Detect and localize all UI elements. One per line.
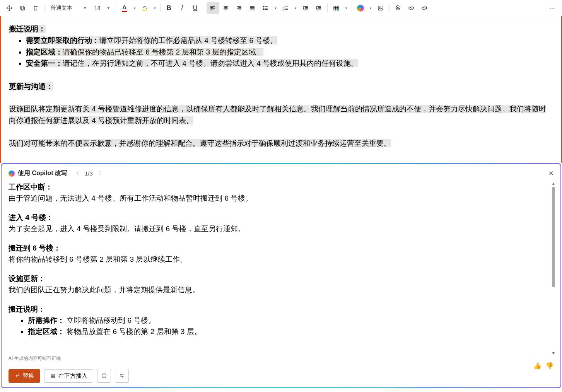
copilot-list-item: 所需操作： 立即将物品移动到 6 号楼。 (28, 315, 549, 326)
underline-button[interactable]: U (189, 2, 202, 14)
copilot-section-heading: 工作区中断： (9, 181, 549, 193)
bold-button[interactable]: B (163, 2, 175, 14)
align-center-button[interactable] (220, 2, 232, 14)
ai-disclaimer: AI 生成的内容可能不正确 (2, 355, 560, 362)
svg-point-2 (263, 6, 264, 7)
italic-button[interactable]: I (176, 2, 188, 14)
next-suggestion-button[interactable]: 〉 (98, 170, 104, 177)
svg-rect-10 (378, 6, 383, 10)
align-left-button[interactable] (207, 2, 219, 14)
style-select[interactable]: 普通文本▾ (47, 2, 90, 14)
copilot-caret[interactable]: ▾ (367, 2, 374, 14)
document-body[interactable]: 搬迁说明： 需要立即采取的行动：请立即开始将你的工作必需品从 4 号楼转移至 6… (0, 16, 562, 163)
indent-decrease-button[interactable] (299, 2, 312, 14)
numbered-list-caret[interactable]: ▾ (292, 2, 299, 14)
prev-suggestion-button[interactable]: 〈 (73, 170, 79, 177)
delete-icon[interactable] (29, 2, 42, 14)
link-button[interactable] (405, 2, 417, 14)
numbered-list-button[interactable]: 123 (279, 2, 292, 14)
svg-point-4 (263, 9, 264, 10)
align-right-button[interactable] (233, 2, 245, 14)
adjust-button[interactable] (115, 369, 129, 383)
regenerate-button[interactable] (97, 369, 111, 383)
svg-point-12 (121, 374, 122, 375)
copilot-section-text: 将你的物品转移到 6 号楼第 2 层和第 3 层以继续工作。 (9, 254, 549, 265)
copilot-section-heading: 进入 4 号楼： (9, 212, 549, 223)
copy-icon[interactable] (16, 2, 29, 14)
copilot-list-item: 指定区域： 将物品放置在 6 号楼的第 2 层和第 3 层。 (28, 326, 549, 337)
doc-heading-1: 搬迁说明： (9, 25, 46, 33)
copilot-icon (9, 170, 15, 177)
copilot-section-text: 为了安全起见，进入 4 号楼受到限制。请搬迁到 6 号楼，直至另行通知。 (9, 223, 549, 234)
scroll-down-arrow[interactable]: ▼ (552, 351, 556, 355)
svg-rect-1 (20, 6, 24, 9)
svg-point-9 (337, 9, 339, 11)
scroll-up-arrow[interactable]: ▲ (552, 181, 556, 186)
doc-heading-2: 更新与沟通： (9, 82, 53, 90)
copilot-scrollbar[interactable]: ▲ ▼ (549, 181, 558, 355)
doc-paragraph-1: 设施团队将定期更新有关 4 号楼管道维修进度的信息，以确保所有人都能及时了解相关… (9, 105, 546, 124)
copilot-list-heading: 搬迁说明： (9, 303, 549, 315)
highlight-color-caret[interactable]: ▾ (151, 2, 158, 14)
indent-increase-button[interactable] (313, 2, 325, 14)
doc-bullet: 需要立即采取的行动：请立即开始将你的工作必需品从 4 号楼转移至 6 号楼。 (26, 35, 553, 46)
copilot-button[interactable] (354, 2, 367, 14)
svg-text:3: 3 (282, 9, 284, 11)
strikethrough-button[interactable]: S (392, 2, 404, 14)
thumbs-down-button[interactable]: 👎 (545, 362, 553, 370)
copilot-section-text: 我们的团队正在努力解决此问题，并将定期提供最新信息。 (9, 284, 549, 295)
bullet-list-button[interactable] (259, 2, 272, 14)
thumbs-up-button[interactable]: 👍 (533, 362, 542, 370)
copilot-section-text: 由于管道问题，无法进入 4 号楼。所有工作活动和物品暂时搬迁到 6 号楼。 (9, 193, 549, 204)
bullet-list-caret[interactable]: ▾ (272, 2, 278, 14)
copilot-section-heading: 搬迁到 6 号楼： (9, 242, 549, 254)
highlight-color-button[interactable] (138, 2, 151, 14)
font-color-button[interactable]: A (118, 2, 131, 14)
font-size-select[interactable]: 18▾ (91, 2, 113, 14)
font-color-caret[interactable]: ▾ (131, 2, 138, 14)
svg-point-13 (122, 376, 123, 377)
more-button[interactable]: ⋯ (547, 2, 559, 14)
copilot-suggestion-body: 工作区中断：由于管道问题，无法进入 4 号楼。所有工作活动和物品暂时搬迁到 6 … (9, 181, 549, 355)
replace-button[interactable]: 替换 (9, 369, 40, 383)
close-button[interactable]: ✕ (548, 170, 553, 177)
svg-rect-0 (21, 7, 24, 10)
image-button[interactable] (374, 2, 387, 14)
scroll-thumb[interactable] (552, 187, 555, 287)
insert-below-button[interactable]: 在下方插入 (44, 369, 93, 383)
doc-bullet: 指定区域：请确保你的物品已转移至 6 号楼第 2 层和第 3 层的指定区域。 (26, 46, 553, 58)
table-caret[interactable]: ▾ (342, 2, 349, 14)
doc-bullet: 安全第一：请记住，在另行通知之前，不可进入 4 号楼。请勿尝试进入 4 号楼或使… (26, 58, 553, 69)
move-icon[interactable] (3, 2, 15, 14)
copilot-section-heading: 设施更新： (9, 273, 549, 284)
suggestion-counter: 1/3 (85, 170, 93, 177)
svg-point-3 (263, 8, 264, 9)
copilot-rewrite-panel: 使用 Copilot 改写 〈 1/3 〉 ✕ 工作区中断：由于管道问题，无法进… (1, 163, 561, 388)
table-button[interactable] (330, 2, 342, 14)
copilot-panel-title: 使用 Copilot 改写 (18, 169, 67, 177)
align-justify-button[interactable] (246, 2, 258, 14)
formatting-toolbar: 普通文本▾ 18▾ A ▾ ▾ B I U ▾ 123 ▾ ▾ ▾ S ⋯ (0, 0, 562, 16)
unlink-button[interactable] (418, 2, 430, 14)
doc-paragraph-2: 我们对可能带来的不便表示歉意，并感谢你的理解和配合。遵守这些指示对于确保顺利过渡… (9, 139, 391, 147)
